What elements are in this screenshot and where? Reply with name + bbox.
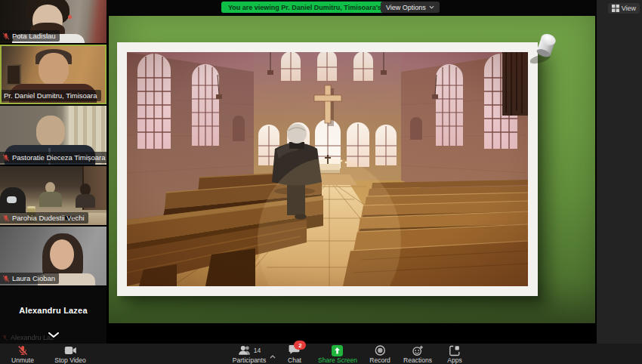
record-label: Record bbox=[369, 356, 390, 364]
meeting-top-bar: You are viewing Pr. Daniel Dumitru, Timi… bbox=[106, 0, 597, 15]
person-silhouette bbox=[39, 53, 69, 86]
gallery-view-icon bbox=[612, 5, 619, 12]
apps-label: Apps bbox=[447, 356, 461, 364]
video-camera-icon bbox=[64, 346, 76, 355]
church-photo-image bbox=[127, 52, 528, 286]
view-options-label: View Options bbox=[386, 4, 426, 11]
church-photo bbox=[117, 42, 538, 296]
person-silhouette bbox=[76, 194, 95, 208]
participant-name: Pastoratie Dieceza Timișoara bbox=[12, 153, 106, 162]
video-art bbox=[6, 64, 21, 85]
muted-mic-icon bbox=[2, 275, 10, 282]
stop-video-label: Stop Video bbox=[54, 356, 85, 364]
participants-sidebar: Pota Ladislau Pr. Daniel Dumitru, Timiso… bbox=[0, 0, 106, 344]
person-silhouette bbox=[68, 15, 72, 19]
share-screen-icon bbox=[332, 345, 343, 356]
apps-button[interactable]: Apps bbox=[447, 345, 461, 364]
pushpin-icon bbox=[530, 27, 563, 71]
participant-display-name: Alexandru Lazea bbox=[0, 287, 106, 334]
participant-name-label: Parohia Dudestii Vechi bbox=[0, 212, 88, 224]
right-rail: View bbox=[597, 0, 642, 344]
view-button[interactable]: View bbox=[608, 3, 640, 14]
person-silhouette bbox=[39, 192, 62, 207]
record-button[interactable]: Record bbox=[369, 345, 390, 364]
view-button-label: View bbox=[622, 5, 636, 12]
muted-mic-icon bbox=[17, 345, 28, 356]
chat-label: Chat bbox=[288, 356, 301, 364]
unmute-button[interactable]: Unmute bbox=[11, 345, 34, 364]
person-silhouette bbox=[36, 116, 65, 147]
participants-label: Participants bbox=[233, 356, 266, 364]
participant-name: Pr. Daniel Dumitru, Timisoara bbox=[4, 91, 97, 100]
chat-unread-badge: 2 bbox=[295, 341, 307, 350]
participant-name-label: Pr. Daniel Dumitru, Timisoara bbox=[2, 90, 101, 101]
reactions-button[interactable]: Reactions bbox=[403, 345, 432, 364]
muted-mic-icon bbox=[2, 214, 10, 222]
participant-name: Laura Cioban bbox=[12, 273, 55, 283]
participants-icon bbox=[238, 345, 252, 356]
apps-icon bbox=[449, 345, 461, 356]
participant-video-pota-ladislau[interactable]: Pota Ladislau bbox=[0, 0, 106, 43]
participants-menu-caret-icon[interactable] bbox=[270, 348, 276, 362]
presentation-slide bbox=[109, 16, 595, 323]
shared-screen-stage bbox=[106, 15, 597, 344]
participant-video-pastoratie[interactable]: Pastoratie Dieceza Timișoara bbox=[0, 106, 106, 165]
stop-video-button[interactable]: Stop Video bbox=[54, 345, 85, 364]
participant-name-label: Laura Cioban bbox=[0, 273, 59, 284]
chat-button[interactable]: 2 Chat bbox=[288, 345, 301, 364]
participant-video-parohia[interactable]: Parohia Dudestii Vechi bbox=[0, 166, 106, 225]
participants-button[interactable]: 14 Participants bbox=[233, 345, 266, 364]
muted-mic-icon bbox=[2, 154, 10, 162]
chevron-down-icon[interactable] bbox=[48, 328, 60, 341]
person-silhouette bbox=[7, 196, 17, 203]
view-options-button[interactable]: View Options bbox=[381, 2, 440, 13]
unmute-label: Unmute bbox=[11, 356, 34, 364]
person-silhouette bbox=[50, 239, 74, 270]
muted-mic-icon bbox=[2, 32, 10, 40]
record-icon bbox=[375, 345, 385, 356]
reactions-label: Reactions bbox=[403, 356, 432, 364]
participant-name-label: Pota Ladislau bbox=[0, 30, 60, 42]
share-screen-button[interactable]: Share Screen bbox=[318, 345, 357, 364]
participant-video-laura-cioban[interactable]: Laura Cioban bbox=[0, 227, 106, 285]
participant-name: Parohia Dudestii Vechi bbox=[12, 213, 85, 223]
participant-name-label: Alexandru Laz bbox=[2, 334, 54, 341]
meeting-toolbar: Unmute Stop Video 14 Participants 2 Chat… bbox=[0, 344, 642, 364]
participants-count: 14 bbox=[254, 347, 261, 354]
reactions-smiley-icon bbox=[412, 345, 424, 356]
share-screen-label: Share Screen bbox=[318, 356, 357, 364]
participant-name: Pota Ladislau bbox=[12, 31, 56, 41]
participant-name-label: Pastoratie Dieceza Timișoara bbox=[0, 152, 106, 163]
chevron-down-icon bbox=[429, 5, 434, 9]
muted-mic-icon bbox=[2, 335, 8, 341]
participant-video-daniel-dumitru[interactable]: Pr. Daniel Dumitru, Timisoara bbox=[0, 45, 106, 104]
